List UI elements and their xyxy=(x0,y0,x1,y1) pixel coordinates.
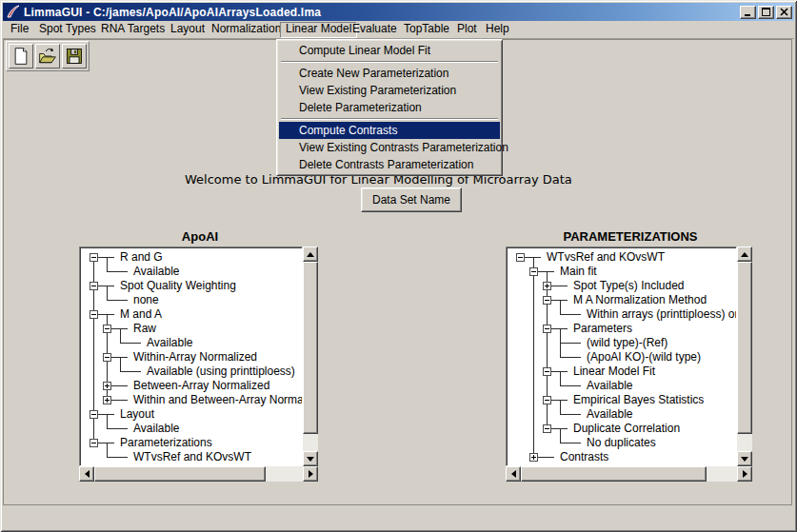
expand-plus-icon[interactable] xyxy=(543,282,551,290)
scroll-left-icon[interactable] xyxy=(79,466,94,482)
collapse-minus-icon[interactable] xyxy=(90,410,98,419)
tree-row: Available xyxy=(88,422,302,436)
tree-connector xyxy=(101,436,114,450)
right-tree-horizontal-scrollbar[interactable] xyxy=(506,466,752,482)
tree-item-no-duplicates[interactable]: No duplicates xyxy=(581,436,656,450)
scroll-down-icon[interactable] xyxy=(737,451,752,466)
tree-item-within-and-between-array-normalized[interactable]: Within and Between-Array Normalized xyxy=(128,393,303,407)
tree-item-wtvsref-and-kovswt[interactable]: WTvsRef and KOvsWT xyxy=(541,250,665,265)
tree-item-m-and-a[interactable]: M and A xyxy=(114,307,162,322)
tree-item-none[interactable]: none xyxy=(128,293,159,307)
scrollbar-thumb[interactable] xyxy=(521,466,707,482)
tree-item-available[interactable]: Available xyxy=(141,336,192,350)
tree-leaf-junction xyxy=(114,336,128,350)
scroll-right-icon[interactable] xyxy=(737,466,752,482)
menu-toptable[interactable]: TopTable xyxy=(399,22,454,36)
menu-file[interactable]: File xyxy=(6,22,33,36)
scroll-down-icon[interactable] xyxy=(303,451,318,466)
collapse-minus-icon[interactable] xyxy=(543,296,551,305)
tree-item-available[interactable]: Available xyxy=(581,379,632,393)
tree-item-empirical-bayes-statistics[interactable]: Empirical Bayes Statistics xyxy=(568,393,704,407)
expand-plus-icon[interactable] xyxy=(529,453,538,462)
collapse-minus-icon[interactable] xyxy=(90,439,98,447)
menu-normalization[interactable]: Normalization xyxy=(207,22,286,36)
tree-item-layout[interactable]: Layout xyxy=(114,407,154,422)
tree-item-available[interactable]: Available xyxy=(128,265,179,279)
menu-item-compute-linear-model-fit[interactable]: Compute Linear Model Fit xyxy=(279,42,500,59)
tree-leaf-junction xyxy=(554,350,568,365)
collapse-minus-icon[interactable] xyxy=(543,325,551,333)
minimize-button[interactable] xyxy=(740,6,756,19)
menu-evaluate[interactable]: Evaluate xyxy=(348,22,402,36)
collapse-minus-icon[interactable] xyxy=(516,253,525,262)
tree-item-parameters[interactable]: Parameters xyxy=(568,322,632,336)
maximize-button[interactable] xyxy=(758,6,774,19)
menu-rna-targets[interactable]: RNA Targets xyxy=(96,22,169,36)
menu-item-view-existing-parameterization[interactable]: View Existing Parameterization xyxy=(279,82,500,99)
collapse-minus-icon[interactable] xyxy=(543,367,551,376)
collapse-minus-icon[interactable] xyxy=(529,267,538,276)
left-tree-vertical-scrollbar[interactable] xyxy=(303,246,318,466)
tree-item-main-fit[interactable]: Main fit xyxy=(554,265,597,279)
scrollbar-thumb[interactable] xyxy=(737,262,752,434)
collapse-minus-icon[interactable] xyxy=(103,353,111,362)
tree-item-wild-type-ref[interactable]: (wild type)-(Ref) xyxy=(581,336,667,350)
tree-item-spot-type-s-included[interactable]: Spot Type(s) Included xyxy=(568,279,685,293)
collapse-minus-icon[interactable] xyxy=(543,424,551,433)
menu-plot[interactable]: Plot xyxy=(452,22,482,36)
collapse-minus-icon[interactable] xyxy=(90,282,98,290)
tree-item-available-using-printtiploess[interactable]: Available (using printtiploess) xyxy=(141,365,295,379)
expand-plus-icon[interactable] xyxy=(103,396,111,404)
tree-node-junction xyxy=(101,393,114,407)
collapse-minus-icon[interactable] xyxy=(103,325,111,333)
new-file-button[interactable] xyxy=(9,44,33,69)
menu-help[interactable]: Help xyxy=(481,22,514,36)
collapse-minus-icon[interactable] xyxy=(90,253,98,262)
menu-item-delete-parameterization[interactable]: Delete Parameterization xyxy=(279,99,500,116)
menu-item-delete-contrasts-parameterization[interactable]: Delete Contrasts Parameterization xyxy=(279,156,500,173)
collapse-minus-icon[interactable] xyxy=(90,310,98,319)
close-button[interactable] xyxy=(776,6,792,19)
menu-bar: FileSpot TypesRNA TargetsLayoutNormaliza… xyxy=(3,21,794,39)
tree-item-contrasts[interactable]: Contrasts xyxy=(554,450,608,464)
tree-item-duplicate-correlation[interactable]: Duplicate Correlation xyxy=(568,422,680,436)
tree-row: Spot Type(s) Included xyxy=(514,279,736,293)
tree-item-within-array-normalized[interactable]: Within-Array Normalized xyxy=(128,350,257,365)
collapse-minus-icon[interactable] xyxy=(543,396,551,404)
tree-row: Main fit xyxy=(514,265,736,279)
menu-layout[interactable]: Layout xyxy=(166,22,209,36)
menu-linear-model[interactable]: Linear Model xyxy=(280,22,357,38)
tree-item-apoai-ko-wild-type[interactable]: (ApoAI KO)-(wild type) xyxy=(581,350,701,365)
right-panel-title: PARAMETERIZATIONS xyxy=(506,229,755,244)
data-set-name-button[interactable]: Data Set Name xyxy=(361,187,462,212)
open-file-button[interactable] xyxy=(35,44,60,69)
menu-item-compute-contrasts[interactable]: Compute Contrasts xyxy=(279,122,500,139)
right-tree-vertical-scrollbar[interactable] xyxy=(737,246,752,466)
tree-item-available[interactable]: Available xyxy=(581,407,632,422)
tree-item-spot-quality-weighting[interactable]: Spot Quality Weighting xyxy=(114,279,236,293)
tree-item-r-and-g[interactable]: R and G xyxy=(114,250,163,265)
tree-node-junction xyxy=(88,307,101,322)
tree-item-wtvsref-and-kovswt[interactable]: WTvsRef and KOvsWT xyxy=(128,450,251,464)
tree-item-m-a-normalization-method[interactable]: M A Normalization Method xyxy=(568,293,707,307)
scroll-left-icon[interactable] xyxy=(506,466,521,482)
menu-item-create-new-parameterization[interactable]: Create New Parameterization xyxy=(279,65,500,82)
tree-item-linear-model-fit[interactable]: Linear Model Fit xyxy=(568,365,655,379)
menu-spot-types[interactable]: Spot Types xyxy=(34,22,101,36)
expand-plus-icon[interactable] xyxy=(103,382,111,390)
scroll-up-icon[interactable] xyxy=(303,246,318,262)
scrollbar-thumb[interactable] xyxy=(94,466,266,482)
tree-item-within-arrays-printtiploess-only[interactable]: Within arrays (printtiploess) only xyxy=(581,307,737,322)
scrollbar-thumb[interactable] xyxy=(303,262,318,434)
scroll-right-icon[interactable] xyxy=(303,466,318,482)
tree-item-raw[interactable]: Raw xyxy=(128,322,156,336)
scroll-up-icon[interactable] xyxy=(737,246,752,262)
tree-item-parameterizations[interactable]: Parameterizations xyxy=(114,436,212,450)
title-bar[interactable]: LimmaGUI - C:/james/ApoAI/ApoAIArraysLoa… xyxy=(3,3,794,21)
save-file-button[interactable] xyxy=(62,44,87,69)
tree-row: WTvsRef and KOvsWT xyxy=(88,450,302,464)
tree-item-between-array-normalized[interactable]: Between-Array Normalized xyxy=(128,379,269,393)
tree-item-available[interactable]: Available xyxy=(128,422,179,436)
menu-item-view-existing-contrasts-parameterization[interactable]: View Existing Contrasts Parameterization xyxy=(279,139,500,156)
left-tree-horizontal-scrollbar[interactable] xyxy=(79,466,318,482)
